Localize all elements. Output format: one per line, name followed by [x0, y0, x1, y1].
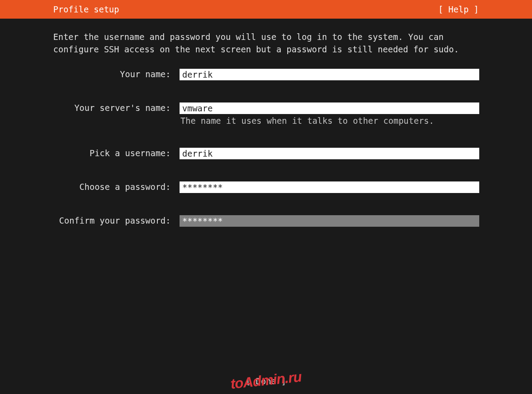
main-content: Enter the username and password you will… — [0, 19, 532, 227]
done-button[interactable]: [ Done ] — [246, 376, 286, 386]
header-bar: Profile setup [ Help ] — [0, 0, 532, 19]
password-input[interactable]: ******** — [180, 181, 479, 193]
form-row-username: Pick a username: derrik — [53, 148, 479, 159]
server-name-hint: The name it uses when it talks to other … — [180, 116, 479, 126]
your-name-label: Your name: — [53, 69, 180, 79]
page-title: Profile setup — [53, 4, 119, 14]
form-row-confirm-password: Confirm your password: ******** — [53, 215, 479, 227]
instructions-text: Enter the username and password you will… — [53, 31, 479, 55]
form-row-password: Choose a password: ******** — [53, 181, 479, 193]
confirm-password-input[interactable]: ******** — [180, 215, 479, 227]
footer: [ Done ] — [0, 376, 532, 386]
username-label: Pick a username: — [53, 148, 180, 158]
password-label: Choose a password: — [53, 181, 180, 192]
server-name-input[interactable]: vmware — [180, 102, 479, 114]
server-name-label: Your server's name: — [53, 102, 180, 113]
help-button[interactable]: [ Help ] — [438, 4, 479, 14]
form-row-server-name: Your server's name: vmware The name it u… — [53, 102, 479, 126]
username-input[interactable]: derrik — [180, 148, 479, 159]
form-row-your-name: Your name: derrik — [53, 69, 479, 80]
confirm-password-label: Confirm your password: — [53, 215, 180, 225]
your-name-input[interactable]: derrik — [180, 69, 479, 80]
